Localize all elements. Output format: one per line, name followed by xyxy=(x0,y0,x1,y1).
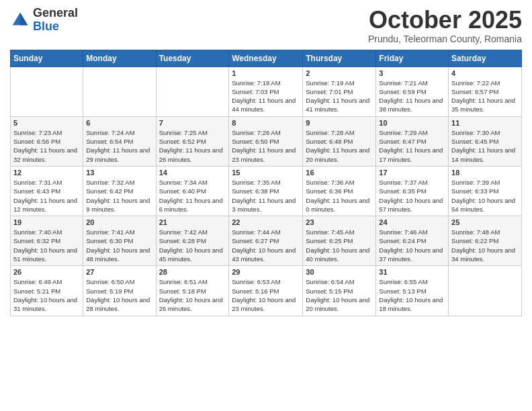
day-info: Sunrise: 7:18 AMSunset: 7:03 PMDaylight:… xyxy=(232,79,300,114)
day-info: Sunrise: 7:44 AMSunset: 6:27 PMDaylight:… xyxy=(232,228,300,263)
day-number: 8 xyxy=(232,119,300,127)
calendar-cell: 11Sunrise: 7:30 AMSunset: 6:45 PMDayligh… xyxy=(449,116,522,166)
day-number: 20 xyxy=(86,218,152,226)
location-subtitle: Prundu, Teleorman County, Romania xyxy=(368,34,522,44)
day-number: 13 xyxy=(86,169,152,177)
calendar-cell: 22Sunrise: 7:44 AMSunset: 6:27 PMDayligh… xyxy=(229,216,303,266)
calendar-cell: 20Sunrise: 7:41 AMSunset: 6:30 PMDayligh… xyxy=(83,216,156,266)
day-info: Sunrise: 7:45 AMSunset: 6:25 PMDaylight:… xyxy=(306,228,373,263)
day-number: 26 xyxy=(13,268,80,276)
day-number: 30 xyxy=(306,268,373,276)
calendar-table: SundayMondayTuesdayWednesdayThursdayFrid… xyxy=(10,50,522,316)
day-header-wednesday: Wednesday xyxy=(229,50,303,66)
day-info: Sunrise: 7:41 AMSunset: 6:30 PMDaylight:… xyxy=(86,228,152,263)
day-number: 12 xyxy=(13,169,80,177)
day-number: 15 xyxy=(232,169,300,177)
calendar-cell: 13Sunrise: 7:32 AMSunset: 6:42 PMDayligh… xyxy=(83,166,156,216)
calendar-cell: 15Sunrise: 7:35 AMSunset: 6:38 PMDayligh… xyxy=(229,166,303,216)
day-header-saturday: Saturday xyxy=(449,50,522,66)
calendar-week-3: 12Sunrise: 7:31 AMSunset: 6:43 PMDayligh… xyxy=(11,166,522,216)
calendar-cell: 17Sunrise: 7:37 AMSunset: 6:35 PMDayligh… xyxy=(376,166,449,216)
day-number: 6 xyxy=(86,119,152,127)
calendar-cell: 24Sunrise: 7:46 AMSunset: 6:24 PMDayligh… xyxy=(376,216,449,266)
day-info: Sunrise: 6:55 AMSunset: 5:13 PMDaylight:… xyxy=(379,277,445,313)
logo-blue: Blue xyxy=(33,20,78,34)
day-info: Sunrise: 7:25 AMSunset: 6:52 PMDaylight:… xyxy=(159,128,226,164)
calendar-cell: 5Sunrise: 7:23 AMSunset: 6:56 PMDaylight… xyxy=(11,116,83,166)
day-info: Sunrise: 7:28 AMSunset: 6:48 PMDaylight:… xyxy=(306,128,373,164)
day-info: Sunrise: 7:32 AMSunset: 6:42 PMDaylight:… xyxy=(86,178,152,214)
day-info: Sunrise: 7:24 AMSunset: 6:54 PMDaylight:… xyxy=(86,128,152,164)
day-info: Sunrise: 6:51 AMSunset: 5:18 PMDaylight:… xyxy=(159,277,226,313)
calendar-cell xyxy=(11,66,83,116)
calendar-week-2: 5Sunrise: 7:23 AMSunset: 6:56 PMDaylight… xyxy=(11,116,522,166)
day-info: Sunrise: 7:37 AMSunset: 6:35 PMDaylight:… xyxy=(379,178,445,214)
calendar-cell xyxy=(83,66,156,116)
day-number: 2 xyxy=(306,69,373,77)
day-info: Sunrise: 7:42 AMSunset: 6:28 PMDaylight:… xyxy=(159,228,226,263)
calendar-week-5: 26Sunrise: 6:49 AMSunset: 5:21 PMDayligh… xyxy=(11,266,522,316)
page: General Blue October 2025 Prundu, Teleor… xyxy=(0,0,532,411)
day-number: 4 xyxy=(451,69,519,77)
day-info: Sunrise: 7:19 AMSunset: 7:01 PMDaylight:… xyxy=(306,79,373,114)
title-block: October 2025 Prundu, Teleorman County, R… xyxy=(368,7,522,44)
calendar-cell: 3Sunrise: 7:21 AMSunset: 6:59 PMDaylight… xyxy=(376,66,449,116)
day-header-sunday: Sunday xyxy=(11,50,83,66)
calendar-cell: 1Sunrise: 7:18 AMSunset: 7:03 PMDaylight… xyxy=(229,66,303,116)
day-header-tuesday: Tuesday xyxy=(156,50,229,66)
calendar-cell: 14Sunrise: 7:34 AMSunset: 6:40 PMDayligh… xyxy=(156,166,229,216)
calendar-cell xyxy=(156,66,229,116)
day-number: 7 xyxy=(159,119,226,127)
day-number: 25 xyxy=(451,218,519,226)
day-number: 19 xyxy=(13,218,80,226)
day-number: 16 xyxy=(306,169,373,177)
day-info: Sunrise: 7:26 AMSunset: 6:50 PMDaylight:… xyxy=(232,128,300,164)
day-number: 5 xyxy=(13,119,80,127)
calendar-week-1: 1Sunrise: 7:18 AMSunset: 7:03 PMDaylight… xyxy=(11,66,522,116)
day-number: 22 xyxy=(232,218,300,226)
day-info: Sunrise: 7:48 AMSunset: 6:22 PMDaylight:… xyxy=(451,228,519,263)
day-number: 3 xyxy=(379,69,445,77)
header: General Blue October 2025 Prundu, Teleor… xyxy=(10,7,522,44)
day-number: 17 xyxy=(379,169,445,177)
day-info: Sunrise: 7:36 AMSunset: 6:36 PMDaylight:… xyxy=(306,178,373,214)
day-number: 24 xyxy=(379,218,445,226)
day-info: Sunrise: 6:54 AMSunset: 5:15 PMDaylight:… xyxy=(306,277,373,313)
calendar-cell: 6Sunrise: 7:24 AMSunset: 6:54 PMDaylight… xyxy=(83,116,156,166)
day-number: 31 xyxy=(379,268,445,276)
day-info: Sunrise: 7:39 AMSunset: 6:33 PMDaylight:… xyxy=(451,178,519,214)
calendar-cell: 27Sunrise: 6:50 AMSunset: 5:19 PMDayligh… xyxy=(83,266,156,316)
calendar-cell: 31Sunrise: 6:55 AMSunset: 5:13 PMDayligh… xyxy=(376,266,449,316)
day-number: 11 xyxy=(451,119,519,127)
logo-icon xyxy=(10,10,30,30)
calendar-cell: 21Sunrise: 7:42 AMSunset: 6:28 PMDayligh… xyxy=(156,216,229,266)
day-info: Sunrise: 7:23 AMSunset: 6:56 PMDaylight:… xyxy=(13,128,80,164)
calendar-cell: 25Sunrise: 7:48 AMSunset: 6:22 PMDayligh… xyxy=(449,216,522,266)
day-header-monday: Monday xyxy=(83,50,156,66)
day-info: Sunrise: 7:22 AMSunset: 6:57 PMDaylight:… xyxy=(451,79,519,114)
day-info: Sunrise: 7:21 AMSunset: 6:59 PMDaylight:… xyxy=(379,79,445,114)
day-number: 10 xyxy=(379,119,445,127)
calendar-cell: 7Sunrise: 7:25 AMSunset: 6:52 PMDaylight… xyxy=(156,116,229,166)
day-info: Sunrise: 7:34 AMSunset: 6:40 PMDaylight:… xyxy=(159,178,226,214)
calendar-cell: 12Sunrise: 7:31 AMSunset: 6:43 PMDayligh… xyxy=(11,166,83,216)
calendar-cell: 9Sunrise: 7:28 AMSunset: 6:48 PMDaylight… xyxy=(303,116,376,166)
calendar-cell: 19Sunrise: 7:40 AMSunset: 6:32 PMDayligh… xyxy=(11,216,83,266)
calendar-cell: 8Sunrise: 7:26 AMSunset: 6:50 PMDaylight… xyxy=(229,116,303,166)
day-info: Sunrise: 7:46 AMSunset: 6:24 PMDaylight:… xyxy=(379,228,445,263)
day-number: 27 xyxy=(86,268,152,276)
day-number: 9 xyxy=(306,119,373,127)
day-number: 18 xyxy=(451,169,519,177)
day-number: 1 xyxy=(232,69,300,77)
calendar-cell: 18Sunrise: 7:39 AMSunset: 6:33 PMDayligh… xyxy=(449,166,522,216)
calendar-week-4: 19Sunrise: 7:40 AMSunset: 6:32 PMDayligh… xyxy=(11,216,522,266)
calendar-cell: 28Sunrise: 6:51 AMSunset: 5:18 PMDayligh… xyxy=(156,266,229,316)
calendar-cell: 4Sunrise: 7:22 AMSunset: 6:57 PMDaylight… xyxy=(449,66,522,116)
calendar-header-row: SundayMondayTuesdayWednesdayThursdayFrid… xyxy=(11,50,522,66)
day-info: Sunrise: 7:29 AMSunset: 6:47 PMDaylight:… xyxy=(379,128,445,164)
day-number: 23 xyxy=(306,218,373,226)
day-number: 28 xyxy=(159,268,226,276)
calendar-cell: 30Sunrise: 6:54 AMSunset: 5:15 PMDayligh… xyxy=(303,266,376,316)
logo-text: General Blue xyxy=(33,7,78,34)
day-number: 29 xyxy=(232,268,300,276)
